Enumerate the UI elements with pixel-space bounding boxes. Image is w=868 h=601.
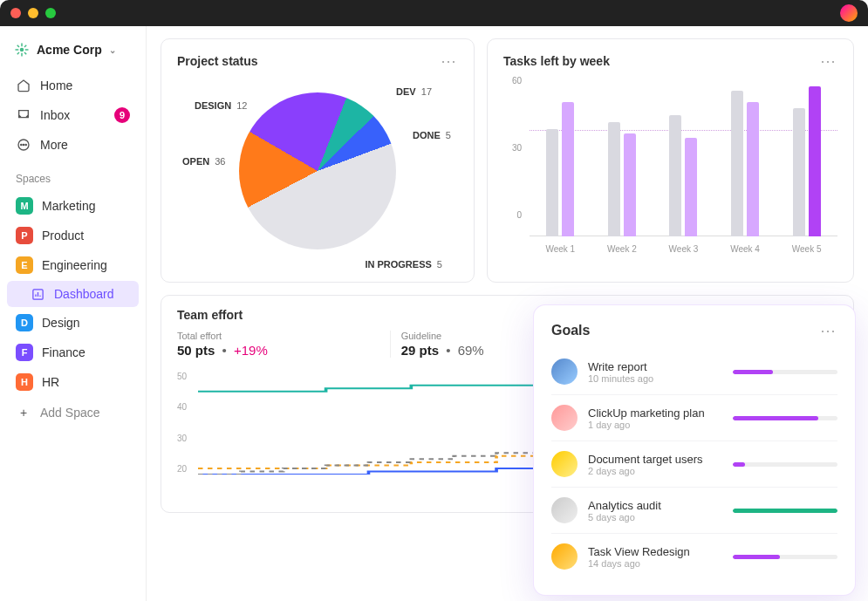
line-ytick: 20 [177,463,187,473]
stat-delta: +19% [234,343,268,358]
dashboard-icon [30,286,45,302]
bar [562,102,574,236]
bar-group [669,115,697,236]
card-title: Team effort [177,308,243,322]
bar [608,122,620,236]
bar-group [793,86,821,236]
line-ytick: 30 [177,433,187,442]
goal-name: ClickUp marketing plan [588,406,722,420]
plus-icon: + [16,405,31,420]
nav-inbox[interactable]: Inbox 9 [7,101,139,129]
space-marketing[interactable]: M Marketing [7,192,139,220]
goal-progress [733,509,837,513]
pie-slice-label: DESIGN 12 [195,100,247,111]
bar-xlabel: Week 4 [730,244,760,254]
tasks-left-card: Tasks left by week ⋯ 03060 Week 1Week 2W… [487,38,854,283]
line-ytick: 50 [177,372,187,381]
user-avatar[interactable] [840,4,858,22]
space-name: Finance [42,345,85,359]
nav-label: Home [40,79,72,92]
org-name: Acme Corp [37,43,102,57]
goal-row[interactable]: Task View Redesign 14 days ago [551,534,837,579]
close-window-button[interactable] [10,8,21,18]
space-finance[interactable]: F Finance [7,338,139,366]
dashboard-label: Dashboard [54,287,114,301]
bar [546,129,558,236]
goal-time: 1 day ago [588,420,722,430]
org-picker[interactable]: Acme Corp ⌄ [7,35,139,70]
bar [747,102,759,236]
space-letter-icon: M [16,197,33,215]
bar-chart: 03060 Week 1Week 2Week 3Week 4Week 5 [503,79,837,254]
space-name: Design [42,316,80,330]
goal-progress-fill [733,370,773,374]
card-more-icon[interactable]: ⋯ [820,321,837,340]
goal-progress-fill [733,509,837,513]
card-more-icon[interactable]: ⋯ [441,51,458,71]
goal-name: Analytics audit [588,499,722,512]
goal-name: Write report [588,360,722,373]
goal-progress [733,370,837,374]
goal-row[interactable]: ClickUp marketing plan 1 day ago [551,395,837,441]
goal-time: 2 days ago [588,466,722,476]
svg-point-0 [21,49,24,51]
stat-total: Total effort 50 pts • +19% [177,331,390,358]
nav-home[interactable]: Home [7,72,139,99]
goal-avatar [551,543,578,570]
svg-line-8 [17,52,19,54]
space-name: Product [42,229,84,242]
goal-avatar [551,451,578,477]
maximize-window-button[interactable] [45,8,56,18]
space-letter-icon: P [16,227,33,244]
svg-line-7 [24,45,26,47]
stat-value: 29 pts [401,343,439,358]
goal-time: 5 days ago [588,512,722,522]
goal-avatar [551,359,578,385]
space-letter-icon: H [16,373,33,391]
goal-time: 10 minutes ago [588,373,722,384]
nav-more[interactable]: More [7,131,139,159]
goal-row[interactable]: Document target users 2 days ago [551,441,837,488]
bar-ytick: 0 [516,210,522,220]
goal-progress [733,462,837,467]
bar [793,108,805,236]
goal-name: Task View Redesign [588,545,722,558]
line-ytick: 40 [177,402,187,412]
goals-title: Goals [551,323,590,338]
goal-row[interactable]: Analytics audit 5 days ago [551,488,837,534]
goal-avatar [551,497,578,523]
goal-time: 14 days ago [588,558,722,569]
bar-group [546,102,574,236]
svg-line-5 [17,45,19,47]
svg-line-6 [24,52,26,54]
space-engineering[interactable]: E Engineering [7,251,139,279]
add-space-button[interactable]: + Add Space [7,398,139,427]
nav-label: More [40,138,68,152]
space-letter-icon: D [16,314,33,331]
minimize-window-button[interactable] [28,8,38,18]
goals-card: Goals ⋯ Write report 10 minutes ago Clic… [533,304,856,596]
svg-point-11 [23,144,24,145]
space-hr[interactable]: H HR [7,368,139,396]
sidebar-item-dashboard[interactable]: Dashboard [7,281,139,307]
card-title: Tasks left by week [503,54,610,68]
space-product[interactable]: P Product [7,222,139,249]
goal-progress-fill [733,462,745,467]
window-titlebar [0,0,868,26]
goal-row[interactable]: Write report 10 minutes ago [551,349,837,395]
space-name: HR [42,375,59,389]
add-space-label: Add Space [40,406,100,420]
pie-slice-label: DONE 5 [413,130,451,140]
sidebar: Acme Corp ⌄ Home Inbox 9 More Spaces M M… [0,26,147,601]
spaces-section-label: Spaces [7,160,139,190]
project-status-card: Project status ⋯ DEV 17DONE 5IN PROGRESS… [161,38,475,283]
bar-ytick: 30 [512,142,522,152]
pie-chart: DEV 17DONE 5IN PROGRESS 5OPEN 36DESIGN 1… [177,79,458,263]
bar [731,91,743,236]
card-more-icon[interactable]: ⋯ [820,51,837,71]
pie-slice-label: IN PROGRESS 5 [365,259,442,270]
pie-graphic [239,92,396,249]
goal-progress [733,416,837,420]
space-design[interactable]: D Design [7,309,139,337]
space-letter-icon: F [16,344,33,361]
